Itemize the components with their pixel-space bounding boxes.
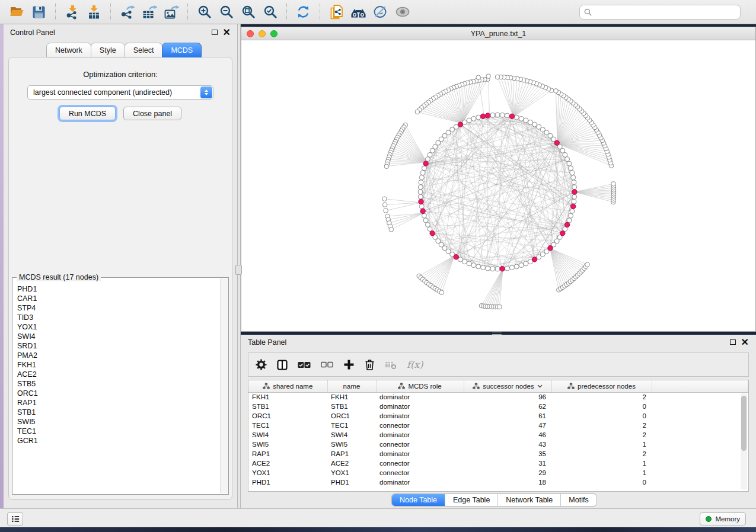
select-value: largest connected component (undirected) [33,88,172,97]
mcds-result-item[interactable]: PHD1 [13,284,228,294]
table-scrollbar[interactable] [741,393,747,489]
column-header-shared-name[interactable]: shared name [248,380,327,392]
export-image-icon[interactable] [160,1,182,23]
table-row[interactable]: RAP1RAP1dominator352 [248,449,748,459]
tab-motifs[interactable]: Motifs [560,494,596,506]
show-panel-icon[interactable] [391,1,413,23]
mcds-result-item[interactable]: SWI4 [13,332,228,341]
mcds-result-item[interactable]: SWI5 [13,417,228,427]
run-mcds-button[interactable]: Run MCDS [59,107,116,120]
column-header-predecessor-nodes[interactable]: predecessor nodes [551,380,652,392]
function-builder-icon[interactable]: f(x) [407,359,423,370]
mcds-result-item[interactable]: SRD1 [13,341,228,351]
table-row[interactable]: ORC1ORC1dominator610 [248,411,748,421]
memory-button[interactable]: Memory [700,512,746,525]
deselect-all-checkbox-icon[interactable] [321,361,333,368]
column-header-blank [652,380,748,392]
search-network-icon[interactable] [347,1,369,23]
import-network-icon[interactable] [61,1,83,23]
column-type-icon [398,383,405,389]
tab-node-table[interactable]: Node Table [392,494,445,506]
table-cell: STB1 [248,402,327,411]
mcds-result-item[interactable]: TID3 [13,313,228,322]
column-header-MCDS-role[interactable]: MCDS role [376,380,464,392]
mcds-result-item[interactable]: ACE2 [13,370,228,379]
table-panel: Table Panel ✕ [241,335,756,508]
mcds-result-item[interactable]: RAP1 [13,398,228,408]
share-document-icon[interactable] [326,1,347,23]
table-row[interactable]: YOX1YOX1connector291 [248,468,748,477]
float-panel-icon[interactable] [730,339,736,345]
column-header-successor-nodes[interactable]: successor nodes [464,380,551,392]
table-row[interactable]: STB1STB1dominator620 [248,402,748,411]
mcds-result-item[interactable]: CAR1 [13,294,228,303]
desktop-background-bottom [0,527,756,532]
refresh-layout-icon[interactable] [292,1,314,23]
zoom-out-icon[interactable] [215,1,237,23]
table-scrollbar-thumb[interactable] [741,396,747,451]
table-cell: 0 [551,402,652,411]
zoom-in-icon[interactable] [193,1,215,23]
table-cell: dominator [376,392,464,402]
table-cell: YOX1 [327,468,376,477]
mcds-result-item[interactable]: TEC1 [13,427,228,436]
zoom-fit-icon[interactable] [237,1,259,23]
horizontal-splitter-handle[interactable] [492,332,502,335]
task-history-button[interactable] [7,512,23,525]
vertical-splitter-handle[interactable] [235,265,242,275]
network-graph[interactable] [241,40,756,332]
close-light[interactable] [247,30,254,37]
export-network-icon[interactable] [116,1,138,23]
delete-column-icon[interactable] [365,359,375,371]
select-all-checkbox-icon[interactable] [298,361,311,368]
close-panel-button[interactable]: Close panel [123,107,181,120]
export-table-icon[interactable] [138,1,160,23]
mcds-result-item[interactable]: ORC1 [13,389,228,398]
tab-mcds[interactable]: MCDS [162,43,202,57]
mcds-result-item[interactable]: YOX1 [13,322,228,332]
close-panel-icon[interactable]: ✕ [741,339,749,346]
mcds-result-item[interactable]: GCR1 [13,436,228,446]
tab-network-table[interactable]: Network Table [497,494,560,506]
column-header-name[interactable]: name [327,380,376,392]
search-input[interactable] [595,8,736,16]
close-panel-icon[interactable]: ✕ [223,29,231,36]
table-cell [652,430,748,440]
mcds-result-item[interactable]: FKH1 [13,360,228,370]
zoom-light[interactable] [270,30,277,37]
optimization-criterion-select[interactable]: largest connected component (undirected) [27,85,213,100]
mcds-list-scrollbar[interactable] [220,278,228,493]
table-cell: 46 [464,430,551,440]
tab-style[interactable]: Style [91,43,125,57]
network-canvas[interactable] [241,40,755,331]
save-icon[interactable] [28,1,50,23]
table-cell: 0 [551,477,652,487]
tab-edge-table[interactable]: Edge Table [445,494,497,506]
tab-select[interactable]: Select [125,43,163,57]
minimize-light[interactable] [259,30,266,37]
float-panel-icon[interactable] [212,30,218,35]
table-row[interactable]: ACE2ACE2connector311 [248,459,748,468]
table-row[interactable]: FKH1FKH1dominator962 [248,392,748,402]
mcds-result-item[interactable]: STB5 [13,379,228,389]
delete-table-icon[interactable] [385,360,397,370]
search-box[interactable] [579,5,741,20]
tab-network[interactable]: Network [46,43,91,57]
table-row[interactable]: TEC1TEC1connector472 [248,421,748,430]
table-row[interactable]: PHD1PHD1dominator180 [248,477,748,487]
zoom-selected-icon[interactable] [259,1,281,23]
column-layout-icon[interactable] [277,360,288,370]
table-cell: 1 [551,440,652,449]
open-folder-icon[interactable] [6,1,28,23]
table-row[interactable]: SWI4SWI4dominator462 [248,430,748,440]
hide-panel-icon[interactable] [369,1,391,23]
toolbar-separator [110,4,111,20]
network-window-titlebar[interactable]: YPA_prune.txt_1 [241,27,755,40]
import-table-icon[interactable] [83,1,105,23]
mcds-result-item[interactable]: STB1 [13,408,228,417]
add-column-icon[interactable] [343,359,355,370]
mcds-result-item[interactable]: PMA2 [13,351,228,360]
table-settings-icon[interactable] [256,359,267,370]
mcds-result-item[interactable]: STP4 [13,303,228,313]
table-row[interactable]: SWI5SWI5connector431 [248,440,748,449]
